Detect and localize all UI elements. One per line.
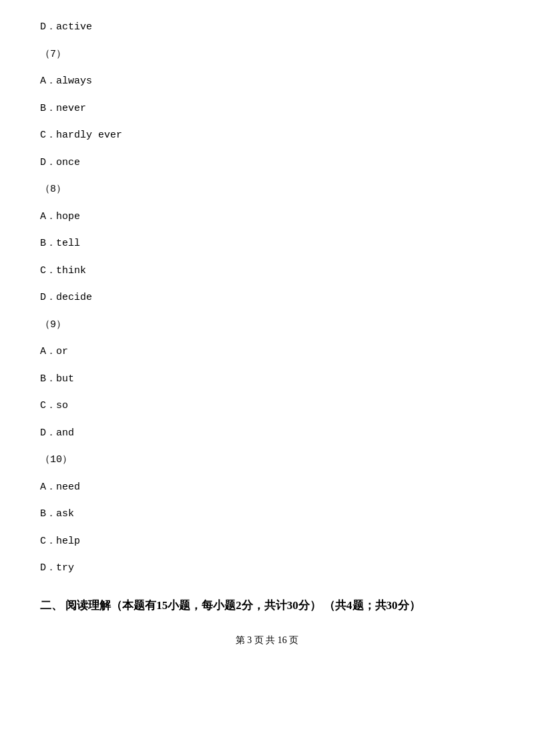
q8-option-a: A．hope xyxy=(40,210,494,225)
page-footer: 第 3 页 共 16 页 xyxy=(40,634,494,646)
content-area: D．active （7） A．always B．never C．hardly e… xyxy=(40,20,494,646)
q10-option-b: B．ask xyxy=(40,507,494,522)
q9-option-b: B．but xyxy=(40,372,494,387)
question-8-number: （8） xyxy=(40,182,494,198)
q9-option-a: A．or xyxy=(40,345,494,360)
q9-option-d: D．and xyxy=(40,426,494,441)
q8-option-c: C．think xyxy=(40,264,494,279)
q7-option-b: B．never xyxy=(40,102,494,117)
q7-option-c: C．hardly ever xyxy=(40,128,494,144)
section-2-heading: 二、 阅读理解（本题有15小题，每小题2分，共计30分） （共4题；共30分） xyxy=(40,596,494,614)
q10-option-d: D．try xyxy=(40,561,494,576)
q9-option-c: C．so xyxy=(40,399,494,414)
question-7-number: （7） xyxy=(40,47,494,63)
question-9-number: （9） xyxy=(40,318,494,333)
q10-option-c: C．help xyxy=(40,534,494,550)
q7-option-d: D．once xyxy=(40,156,494,171)
question-10-number: （10） xyxy=(40,453,494,468)
q7-option-a: A．always xyxy=(40,74,494,89)
q8-option-d: D．decide xyxy=(40,291,494,306)
q10-option-a: A．need xyxy=(40,480,494,496)
option-d-active: D．active xyxy=(40,20,494,35)
q8-option-b: B．tell xyxy=(40,236,494,252)
